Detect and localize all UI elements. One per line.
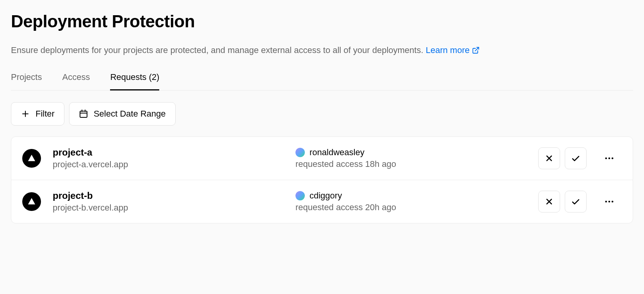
svg-rect-3 — [80, 111, 87, 117]
more-button[interactable] — [598, 191, 620, 213]
page-description: Ensure deployments for your projects are… — [11, 44, 633, 57]
more-button[interactable] — [598, 147, 620, 169]
row-actions — [538, 147, 620, 169]
deny-button[interactable] — [538, 147, 560, 169]
avatar — [295, 148, 305, 157]
project-logo-icon — [22, 149, 41, 168]
filter-label: Filter — [36, 109, 55, 119]
project-name: project-a — [53, 147, 284, 158]
request-time: requested access 18h ago — [295, 159, 527, 169]
approve-button[interactable] — [565, 147, 587, 169]
check-icon — [571, 154, 580, 163]
deny-button[interactable] — [538, 191, 560, 213]
external-link-icon — [472, 46, 480, 54]
project-domain: project-a.vercel.app — [53, 159, 284, 170]
learn-more-link[interactable]: Learn more — [426, 44, 480, 57]
approve-button[interactable] — [565, 191, 587, 213]
more-horizontal-icon — [604, 153, 615, 164]
plus-icon — [21, 109, 30, 119]
svg-point-16 — [612, 201, 614, 203]
svg-point-9 — [605, 158, 607, 159]
svg-point-14 — [605, 201, 607, 203]
requester-username: cdiggory — [310, 191, 342, 201]
project-info: project-b project-b.vercel.app — [53, 190, 284, 213]
request-time: requested access 20h ago — [295, 202, 527, 213]
project-name: project-b — [53, 190, 284, 201]
date-range-label: Select Date Range — [94, 109, 166, 119]
project-info: project-a project-a.vercel.app — [53, 147, 284, 170]
close-icon — [544, 197, 554, 206]
svg-point-11 — [612, 158, 614, 159]
project-domain: project-b.vercel.app — [53, 203, 284, 213]
requester-info: ronaldweasley requested access 18h ago — [295, 147, 527, 169]
date-range-button[interactable]: Select Date Range — [69, 102, 176, 126]
request-row: project-b project-b.vercel.app cdiggory … — [11, 180, 633, 223]
check-icon — [571, 197, 580, 206]
more-horizontal-icon — [604, 196, 615, 207]
row-actions — [538, 191, 620, 213]
tab-projects[interactable]: Projects — [11, 72, 42, 90]
tab-requests[interactable]: Requests (2) — [110, 72, 159, 90]
request-row: project-a project-a.vercel.app ronaldwea… — [11, 137, 633, 180]
description-text: Ensure deployments for your projects are… — [11, 45, 423, 55]
tabs: Projects Access Requests (2) — [11, 72, 633, 90]
close-icon — [544, 154, 554, 163]
tab-access[interactable]: Access — [62, 72, 90, 90]
svg-point-15 — [608, 201, 610, 203]
toolbar: Filter Select Date Range — [11, 102, 633, 126]
project-logo-icon — [22, 192, 41, 211]
filter-button[interactable]: Filter — [11, 102, 64, 126]
svg-point-10 — [608, 158, 610, 159]
learn-more-label: Learn more — [426, 44, 470, 57]
requester-username: ronaldweasley — [310, 147, 365, 158]
avatar — [295, 191, 305, 200]
svg-line-0 — [475, 47, 479, 51]
calendar-icon — [79, 109, 88, 119]
page-title: Deployment Protection — [11, 12, 633, 31]
requests-list: project-a project-a.vercel.app ronaldwea… — [11, 136, 633, 223]
requester-info: cdiggory requested access 20h ago — [295, 191, 527, 213]
